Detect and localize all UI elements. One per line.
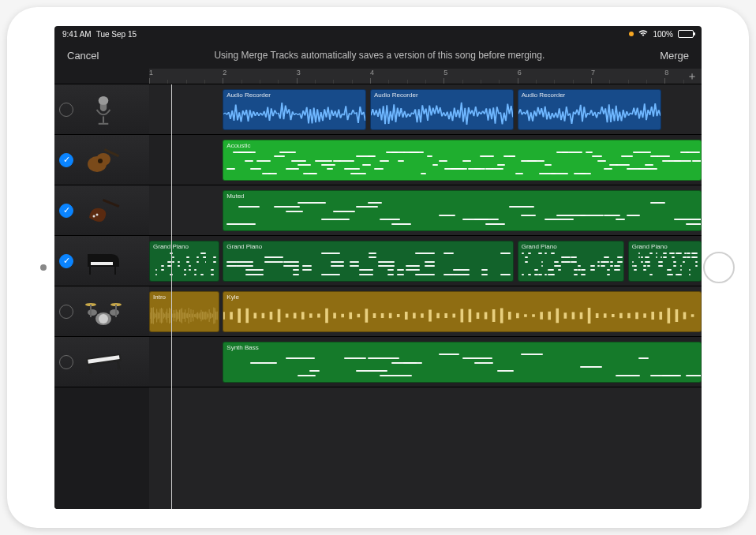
- clip-label: Audio Recorder: [226, 92, 271, 99]
- status-date: Tue Sep 15: [96, 30, 137, 39]
- svg-point-15: [99, 314, 108, 324]
- ruler-tick: 2: [223, 69, 226, 84]
- clip[interactable]: Kyle: [223, 291, 702, 332]
- track-header-synth-bass[interactable]: [54, 337, 149, 387]
- clip-label: Intro: [153, 294, 166, 301]
- svg-rect-25: [117, 361, 120, 369]
- toolbar-message: Using Merge Tracks automatically saves a…: [214, 50, 545, 61]
- add-section-button[interactable]: ＋: [686, 70, 698, 83]
- svg-point-17: [110, 309, 119, 316]
- svg-point-10: [96, 213, 99, 215]
- track-select-toggle[interactable]: [59, 305, 73, 319]
- svg-rect-19: [90, 305, 92, 317]
- clip-label: Audio Recorder: [374, 92, 418, 99]
- status-bar: 9:41 AM Tue Sep 15 100%: [54, 26, 702, 42]
- track-select-toggle[interactable]: [59, 153, 73, 167]
- clip[interactable]: Audio Recorder: [223, 89, 366, 130]
- ruler-tick: 4: [370, 69, 374, 84]
- battery-icon: [678, 30, 694, 38]
- microphone-icon: [81, 92, 125, 127]
- svg-rect-24: [88, 365, 92, 373]
- ruler-tick: 1: [149, 69, 153, 84]
- clip[interactable]: Grand Piano: [223, 241, 514, 282]
- track-lane-drums[interactable]: IntroKyle: [149, 286, 702, 337]
- battery-percent: 100%: [653, 30, 673, 39]
- svg-rect-12: [114, 267, 116, 275]
- camera-icon: [40, 264, 47, 271]
- clip-label: Grand Piano: [632, 243, 668, 250]
- merge-toolbar: Cancel Using Merge Tracks automatically …: [54, 42, 702, 69]
- track-lane-acoustic[interactable]: Acoustic: [149, 135, 702, 185]
- clip[interactable]: Muted: [223, 190, 702, 231]
- ruler-tick: 5: [443, 69, 447, 84]
- track-header-audio-recorder[interactable]: [54, 84, 149, 135]
- home-button[interactable]: [703, 252, 735, 283]
- wifi-icon: [638, 29, 648, 39]
- clip-label: Audio Recorder: [522, 92, 566, 99]
- clip[interactable]: Intro: [149, 291, 219, 332]
- ruler-tick: 3: [297, 69, 301, 84]
- track-header-acoustic[interactable]: [54, 135, 149, 185]
- svg-rect-1: [99, 96, 109, 105]
- grand-piano-icon: [81, 244, 125, 279]
- track-lane-audio-recorder[interactable]: Audio RecorderAudio RecorderAudio Record…: [149, 84, 702, 135]
- status-time: 9:41 AM: [62, 30, 92, 39]
- svg-point-16: [88, 309, 97, 316]
- track-select-toggle[interactable]: [59, 103, 73, 117]
- clip-label: Muted: [226, 193, 244, 200]
- svg-rect-13: [91, 262, 113, 265]
- track-select-toggle[interactable]: [59, 204, 73, 218]
- clip[interactable]: Grand Piano: [149, 241, 219, 282]
- clip[interactable]: Acoustic: [223, 140, 702, 181]
- bass-guitar-icon: [81, 193, 125, 228]
- tracks-area: Audio RecorderAudio RecorderAudio Record…: [54, 84, 702, 509]
- track-header-muted[interactable]: [54, 185, 149, 236]
- svg-rect-21: [115, 305, 117, 317]
- svg-point-9: [93, 215, 95, 217]
- svg-rect-8: [103, 199, 120, 208]
- svg-rect-3: [99, 122, 109, 124]
- acoustic-guitar-icon: [81, 143, 125, 178]
- clip[interactable]: Grand Piano: [628, 241, 702, 282]
- track-lane-synth-bass[interactable]: Synth Bass: [149, 337, 702, 387]
- drum-kit-icon: [81, 294, 125, 329]
- clip-label: Grand Piano: [226, 243, 262, 250]
- clip-label: Synth Bass: [226, 344, 258, 351]
- svg-rect-2: [103, 116, 104, 122]
- track-header-drums[interactable]: [54, 286, 149, 337]
- track-select-toggle[interactable]: [59, 254, 73, 268]
- clip-label: Grand Piano: [522, 243, 557, 250]
- ruler-tick: 7: [591, 69, 595, 84]
- clip[interactable]: Audio Recorder: [518, 89, 661, 130]
- ruler-tick: 8: [664, 69, 668, 84]
- clip[interactable]: Synth Bass: [223, 342, 702, 383]
- clip-label: Acoustic: [226, 142, 250, 149]
- clip[interactable]: Audio Recorder: [370, 89, 514, 130]
- clip[interactable]: Grand Piano: [518, 241, 624, 282]
- track-header-grand-piano[interactable]: [54, 236, 149, 286]
- ruler[interactable]: ＋ 12345678: [54, 69, 702, 84]
- svg-point-5: [96, 153, 110, 166]
- svg-rect-11: [89, 267, 91, 275]
- ruler-tick: 6: [518, 69, 522, 84]
- svg-point-6: [98, 159, 103, 163]
- clip-label: Kyle: [226, 294, 239, 301]
- cancel-button[interactable]: Cancel: [67, 50, 99, 62]
- merge-button[interactable]: Merge: [660, 50, 689, 62]
- recording-indicator-icon: [629, 32, 634, 36]
- keyboard-icon: [81, 345, 125, 380]
- playhead[interactable]: [171, 84, 172, 509]
- track-select-toggle[interactable]: [59, 355, 73, 369]
- track-lane-grand-piano[interactable]: Grand PianoGrand PianoGrand PianoGrand P…: [149, 236, 702, 286]
- track-lane-muted[interactable]: Muted: [149, 185, 702, 236]
- track-headers: [54, 84, 149, 509]
- app-screen: 9:41 AM Tue Sep 15 100% Cancel Using Mer…: [54, 26, 702, 509]
- ipad-frame: 9:41 AM Tue Sep 15 100% Cancel Using Mer…: [7, 7, 749, 528]
- track-lanes[interactable]: Audio RecorderAudio RecorderAudio Record…: [149, 84, 702, 509]
